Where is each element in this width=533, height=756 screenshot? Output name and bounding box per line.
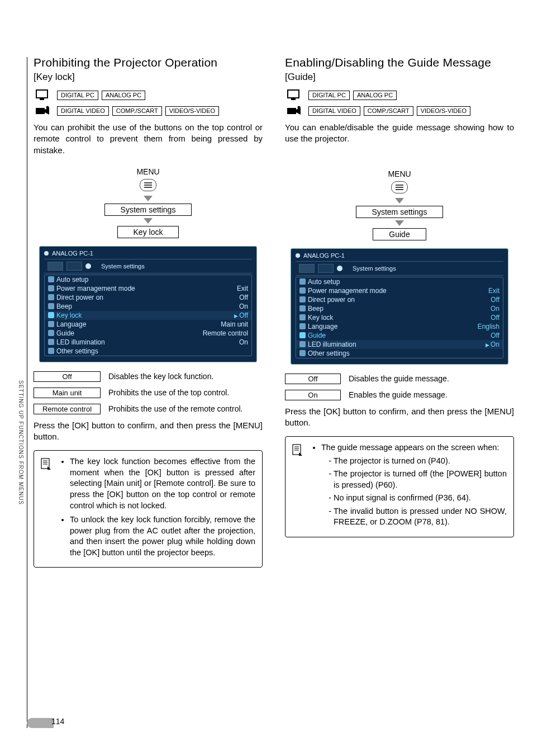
badge-analog-pc: ANALOG PC (102, 91, 145, 100)
left-press-text: Press the [OK] button to confirm, and th… (34, 420, 263, 443)
left-title: Prohibiting the Projector Operation (34, 56, 263, 69)
opt-label: Off (285, 374, 341, 384)
flow-guide-box: Guide (373, 228, 426, 240)
right-subtitle: [Guide] (285, 72, 514, 83)
camera-icon (285, 104, 304, 117)
opt-desc: Prohibits the use of the top control. (108, 388, 263, 398)
opt-label: Remote control (34, 404, 101, 414)
opt-label: Off (34, 371, 101, 382)
page-tab-shape (27, 718, 54, 728)
svg-rect-11 (291, 98, 296, 100)
badge-digital-video: DIGITAL VIDEO (308, 106, 360, 116)
right-column: Enabling/Disabling the Guide Message [Gu… (285, 56, 514, 568)
right-press-text: Press the [OK] button to confirm, and th… (285, 406, 514, 429)
osd-tab-icon (47, 262, 63, 271)
left-flow: MENU System settings Key lock (34, 167, 263, 238)
monitor-icon (34, 88, 53, 102)
side-tab-text: SETTING UP FUNCTIONS FROM MENUS (18, 380, 24, 505)
arrow-down-icon (144, 196, 153, 201)
note-sub-item: The invalid button is pressed under NO S… (334, 506, 507, 528)
opt-desc: Enables the guide message. (349, 390, 514, 400)
badge-analog-pc: ANALOG PC (353, 91, 397, 100)
osd-list: Auto setup Power management modeExit Dir… (296, 277, 503, 358)
left-column: Prohibiting the Projector Operation [Key… (34, 56, 263, 568)
svg-rect-10 (288, 90, 299, 98)
camera-icon (34, 104, 53, 117)
pin-icon (44, 251, 49, 256)
badge-comp-scart: COMP./SCART (112, 106, 162, 116)
flow-system-box: System settings (356, 206, 444, 218)
osd-tab-icon (318, 264, 334, 273)
note-sub-item: The projector is turned off (the [POWER]… (334, 469, 507, 490)
left-intro: You can prohibit the use of the buttons … (34, 122, 263, 156)
svg-rect-1 (40, 98, 44, 100)
osd-header: ANALOG PC-1 (303, 252, 345, 259)
note-sub-item: The projector is turned on (P40). (334, 456, 507, 467)
svg-point-14 (298, 106, 301, 109)
svg-rect-0 (36, 90, 47, 98)
compat-row-pc: DIGITAL PC ANALOG PC (34, 88, 263, 102)
badge-video-svideo: VIDEO/S-VIDEO (165, 106, 220, 116)
right-options: OffDisables the guide message. OnEnables… (285, 374, 514, 400)
note-item: To unlock the key lock function forcibly… (70, 514, 255, 558)
osd-header: ANALOG PC-1 (52, 250, 93, 257)
flow-menu-label: MENU (285, 169, 514, 178)
svg-point-4 (46, 106, 49, 109)
arrow-down-icon (144, 218, 153, 224)
pin-icon (296, 253, 300, 258)
note-icon (40, 456, 53, 561)
compat-row-pc: DIGITAL PC ANALOG PC (285, 88, 514, 102)
osd-list: Auto setup Power management modeExit Dir… (44, 275, 252, 356)
osd-tab-title: System settings (353, 265, 396, 272)
osd-tab-title: System settings (101, 263, 145, 270)
badge-comp-scart: COMP./SCART (364, 106, 413, 116)
flow-keylock-box: Key lock (117, 226, 179, 238)
opt-desc: Disables the guide message. (349, 374, 514, 384)
flow-menu-label: MENU (34, 167, 263, 176)
compat-row-video: DIGITAL VIDEO COMP./SCART VIDEO/S-VIDEO (285, 104, 514, 117)
note-icon (291, 442, 304, 531)
osd-screenshot-left: ANALOG PC-1 System settings Auto setup P… (39, 246, 257, 362)
right-intro: You can enable/disable the guide message… (285, 122, 514, 145)
badge-digital-video: DIGITAL VIDEO (57, 106, 109, 116)
left-options: OffDisables the key lock function. Main … (34, 371, 263, 414)
left-note: The key lock function becomes effective … (34, 450, 263, 568)
flow-system-box: System settings (104, 204, 192, 216)
gear-icon (337, 266, 342, 271)
osd-tab-icon (66, 262, 82, 271)
right-flow: MENU System settings Guide (285, 169, 514, 240)
badge-digital-pc: DIGITAL PC (57, 91, 98, 100)
page-number: 114 (51, 717, 64, 726)
note-lead: The guide message appears on the screen … (321, 442, 507, 528)
note-sub-item: No input signal is confirmed (P36, 64). (334, 493, 507, 504)
menu-button-icon (391, 181, 408, 193)
right-note: The guide message appears on the screen … (285, 436, 514, 537)
opt-desc: Disables the key lock function. (108, 371, 263, 381)
osd-tab-icon (299, 264, 315, 273)
arrow-down-icon (395, 220, 404, 226)
right-title: Enabling/Disabling the Guide Message (285, 56, 514, 69)
gear-icon (85, 263, 91, 269)
note-item: The key lock function becomes effective … (70, 456, 255, 511)
arrow-down-icon (395, 198, 404, 204)
opt-label: On (285, 390, 341, 400)
page-content: Prohibiting the Projector Operation [Key… (34, 56, 514, 568)
left-subtitle: [Key lock] (34, 72, 263, 83)
compat-row-video: DIGITAL VIDEO COMP./SCART VIDEO/S-VIDEO (34, 104, 263, 117)
menu-button-icon (140, 179, 156, 191)
opt-label: Main unit (34, 388, 101, 398)
monitor-icon (285, 88, 304, 102)
opt-desc: Prohibits the use of the remote control. (108, 404, 263, 414)
svg-rect-2 (36, 108, 45, 114)
badge-video-svideo: VIDEO/S-VIDEO (417, 106, 471, 116)
osd-screenshot-right: ANALOG PC-1 System settings Auto setup P… (291, 248, 508, 365)
svg-rect-12 (287, 108, 296, 114)
margin-rule-vertical (27, 57, 27, 728)
badge-digital-pc: DIGITAL PC (308, 91, 350, 100)
